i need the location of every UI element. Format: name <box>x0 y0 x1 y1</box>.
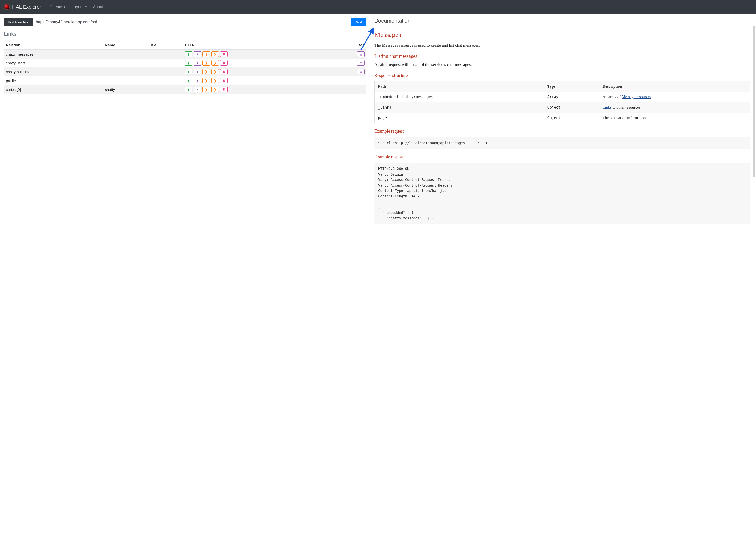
http-delete-button[interactable]: ✖ <box>220 78 228 83</box>
http-put-button[interactable]: ❯ <box>202 87 210 92</box>
title-cell <box>147 76 183 85</box>
path-cell: page <box>375 113 544 123</box>
doc-cell: ▤ <box>330 67 366 76</box>
nav-layout-label: Layout <box>72 5 83 9</box>
doc-h1-messages: Messages <box>374 31 750 39</box>
http-put-button[interactable]: ❯ <box>202 60 210 66</box>
table-row: curies [0]chatty❮+❯❯✖ <box>4 85 366 94</box>
doc-col-path: Path <box>375 81 544 92</box>
http-patch-button[interactable]: ❯ <box>211 69 219 74</box>
http-get-button[interactable]: ❮ <box>185 52 192 57</box>
nav-theme-label: Theme <box>50 5 62 9</box>
desc-cell: An array of Message resources <box>599 92 750 102</box>
doc-cell <box>330 85 366 94</box>
relation-cell: curies [0] <box>4 85 103 94</box>
book-icon: ▤ <box>359 70 362 73</box>
http-post-button[interactable]: + <box>193 87 201 92</box>
scrollbar[interactable] <box>753 26 755 178</box>
http-delete-button[interactable]: ✖ <box>220 69 228 74</box>
doc-col-desc: Description <box>599 81 750 92</box>
http-get-button[interactable]: ❮ <box>185 78 192 83</box>
nav-layout[interactable]: Layout ▼ <box>69 3 90 11</box>
doc-intro: The Messages resource is used to create … <box>374 42 750 49</box>
brand-text: HAL Explorer <box>12 4 41 10</box>
col-name: Name <box>103 40 147 50</box>
http-get-button[interactable]: ❮ <box>185 60 192 66</box>
relation-cell: profile <box>4 76 103 85</box>
doc-link[interactable]: Message resources <box>622 95 651 99</box>
nav-theme[interactable]: Theme ▼ <box>47 3 69 11</box>
http-cell: ❮+❯❯✖ <box>183 59 330 67</box>
name-cell <box>103 76 147 85</box>
path-cell: _links <box>375 102 544 113</box>
name-cell <box>103 59 147 67</box>
brand[interactable]: HAL Explorer <box>4 4 41 10</box>
doc-button[interactable]: ▤ <box>357 52 364 57</box>
http-cell: ❮+❯❯✖ <box>183 50 330 59</box>
url-bar: Edit Headers Go! <box>4 18 366 27</box>
http-put-button[interactable]: ❯ <box>202 69 210 74</box>
doc-button[interactable]: ▤ <box>357 60 364 66</box>
doc-col-type: Type <box>544 81 599 92</box>
doc-button[interactable]: ▤ <box>357 69 364 74</box>
relation-cell: chatty:messages <box>4 50 103 59</box>
http-patch-button[interactable]: ❯ <box>211 52 219 57</box>
book-icon: ▤ <box>359 53 362 56</box>
table-row: chatty:messages❮+❯❯✖▤ <box>4 50 366 59</box>
doc-cell <box>330 76 366 85</box>
http-post-button[interactable]: + <box>193 78 201 83</box>
inline-code-get: GET <box>378 62 388 67</box>
doc-h3-example-response: Example response <box>374 155 750 160</box>
type-cell: Object <box>544 113 599 123</box>
type-cell: Object <box>544 102 599 113</box>
edit-headers-button[interactable]: Edit Headers <box>4 18 33 27</box>
doc-link[interactable]: Links <box>602 105 611 109</box>
doc-listing-text: A GET request will list all of the servi… <box>374 62 750 68</box>
http-patch-button[interactable]: ❯ <box>211 87 219 92</box>
http-patch-button[interactable]: ❯ <box>211 78 219 83</box>
table-row: chatty:buildinfo❮+❯❯✖▤ <box>4 67 366 76</box>
go-button[interactable]: Go! <box>351 18 366 27</box>
example-request-code: $ curl 'http://localhost:8080/api/messag… <box>374 137 750 149</box>
documentation-heading: Documentation <box>374 18 750 24</box>
http-delete-button[interactable]: ✖ <box>220 60 228 66</box>
relation-cell: chatty:users <box>4 59 103 67</box>
table-row: chatty:users❮+❯❯✖▤ <box>4 59 366 67</box>
col-http: HTTP <box>183 40 330 50</box>
http-put-button[interactable]: ❯ <box>202 52 210 57</box>
links-table: Relation Name Title HTTP Doc chatty:mess… <box>4 40 366 94</box>
title-cell <box>147 67 183 76</box>
desc-cell: Links to other resources <box>599 102 750 113</box>
http-post-button[interactable]: + <box>193 60 201 66</box>
http-delete-button[interactable]: ✖ <box>220 87 228 92</box>
table-row: profile❮+❯❯✖ <box>4 76 366 85</box>
table-row: _linksObjectLinks to other resources <box>375 102 750 113</box>
doc-h2-listing: Listing chat messages <box>374 53 750 59</box>
url-input[interactable] <box>33 18 351 27</box>
nav-about[interactable]: About <box>90 3 106 11</box>
doc-cell: ▤ <box>330 50 366 59</box>
title-cell <box>147 85 183 94</box>
type-cell: Array <box>544 92 599 102</box>
col-relation: Relation <box>4 40 103 50</box>
name-cell <box>103 50 147 59</box>
http-cell: ❮+❯❯✖ <box>183 76 330 85</box>
http-patch-button[interactable]: ❯ <box>211 60 219 66</box>
doc-h3-response-structure: Response structure <box>374 73 750 78</box>
http-post-button[interactable]: + <box>193 69 201 74</box>
http-get-button[interactable]: ❮ <box>185 69 192 74</box>
http-delete-button[interactable]: ✖ <box>220 52 228 57</box>
navbar: HAL Explorer Theme ▼ Layout ▼ About <box>0 0 756 14</box>
col-title: Title <box>147 40 183 50</box>
title-cell <box>147 50 183 59</box>
path-cell: _embedded.chatty:messages <box>375 92 544 102</box>
nav-about-label: About <box>93 5 103 9</box>
example-response-code: HTTP/1.1 200 OK Vary: Origin Vary: Acces… <box>374 163 750 224</box>
http-cell: ❮+❯❯✖ <box>183 85 330 94</box>
http-post-button[interactable]: + <box>193 52 201 57</box>
title-cell <box>147 59 183 67</box>
http-put-button[interactable]: ❯ <box>202 78 210 83</box>
book-icon: ▤ <box>359 61 362 65</box>
http-get-button[interactable]: ❮ <box>185 87 192 92</box>
relation-cell: chatty:buildinfo <box>4 67 103 76</box>
